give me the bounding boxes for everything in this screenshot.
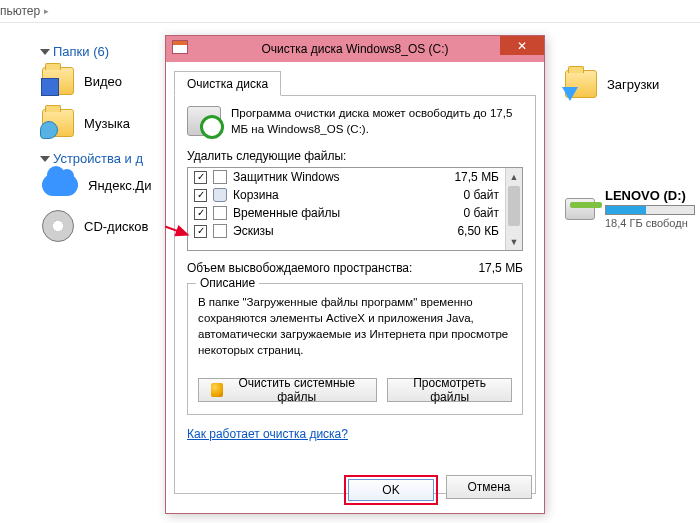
ok-button[interactable]: OK: [348, 479, 434, 501]
drive-usage-bar: [605, 205, 695, 215]
total-row: Объем высвобождаемого пространства: 17,5…: [187, 261, 523, 275]
drive-label: Яндекс.Ди: [88, 178, 151, 193]
ok-highlight: OK: [344, 475, 438, 505]
folder-label: Загрузки: [607, 77, 659, 92]
drive-free-space: 18,4 ГБ свободн: [605, 217, 695, 229]
scroll-down-button[interactable]: ▼: [506, 233, 522, 250]
close-icon: ✕: [517, 39, 527, 53]
disk-cleanup-dialog: Очистка диска Windows8_OS (C:) ✕ Очистка…: [165, 35, 545, 514]
chevron-right-icon: ▸: [44, 6, 49, 16]
file-checkbox[interactable]: [194, 207, 207, 220]
folder-item-downloads[interactable]: Загрузки: [565, 70, 695, 98]
breadcrumb[interactable]: пьютер ▸: [0, 4, 49, 18]
page-icon: [213, 206, 227, 220]
file-row[interactable]: Временные файлы0 байт: [188, 204, 505, 222]
file-name: Эскизы: [233, 224, 451, 238]
scroll-thumb[interactable]: [508, 186, 520, 226]
file-name: Защитник Windows: [233, 170, 448, 184]
file-size: 0 байт: [464, 206, 499, 220]
file-row[interactable]: Защитник Windows17,5 МБ: [188, 168, 505, 186]
hard-drive-icon: [565, 198, 595, 220]
section-folders-label: Папки (6): [53, 44, 109, 59]
recycle-bin-icon: [213, 188, 227, 202]
film-icon: [41, 78, 59, 96]
download-arrow-icon: [562, 87, 578, 101]
description-text: В папке "Загруженные файлы программ" вре…: [198, 294, 512, 364]
caret-down-icon: [40, 49, 50, 55]
close-button[interactable]: ✕: [500, 36, 544, 55]
drive-item-lenovo-d[interactable]: LENOVO (D:) 18,4 ГБ свободн: [565, 188, 695, 229]
caret-down-icon: [40, 156, 50, 162]
file-size: 17,5 МБ: [454, 170, 499, 184]
disk-cleanup-icon: [172, 40, 188, 54]
help-link[interactable]: Как работает очистка диска?: [187, 427, 348, 441]
drive-name: LENOVO (D:): [605, 188, 695, 203]
total-value: 17,5 МБ: [478, 261, 523, 275]
file-name: Временные файлы: [233, 206, 458, 220]
page-icon: [213, 170, 227, 184]
file-row[interactable]: Эскизы6,50 КБ: [188, 222, 505, 240]
file-checkbox[interactable]: [194, 189, 207, 202]
dialog-title: Очистка диска Windows8_OS (C:): [261, 42, 448, 56]
folder-label: Видео: [84, 74, 122, 89]
toolbar-divider: [0, 22, 700, 23]
drive-label: CD-дисков: [84, 219, 148, 234]
file-size: 0 байт: [464, 188, 499, 202]
description-legend: Описание: [196, 276, 259, 290]
description-group: Описание В папке "Загруженные файлы прог…: [187, 283, 523, 415]
cloud-icon: [42, 174, 78, 196]
breadcrumb-segment: пьютер: [0, 4, 40, 18]
intro-row: Программа очистки диска может освободить…: [187, 106, 523, 137]
scroll-up-button[interactable]: ▲: [506, 168, 522, 185]
scrollbar[interactable]: ▲ ▼: [505, 168, 522, 250]
file-row[interactable]: Корзина0 байт: [188, 186, 505, 204]
tab-disk-cleanup[interactable]: Очистка диска: [174, 71, 281, 96]
view-files-button[interactable]: Просмотреть файлы: [387, 378, 512, 402]
disc-icon: [42, 210, 74, 242]
file-checkbox[interactable]: [194, 171, 207, 184]
section-devices-label: Устройства и д: [53, 151, 143, 166]
files-to-delete-label: Удалить следующие файлы:: [187, 149, 523, 163]
total-label: Объем высвобождаемого пространства:: [187, 261, 412, 275]
file-name: Корзина: [233, 188, 458, 202]
file-size: 6,50 КБ: [457, 224, 499, 238]
page-icon: [213, 224, 227, 238]
music-note-icon: [40, 121, 58, 139]
clean-system-files-button[interactable]: Очистить системные файлы: [198, 378, 377, 402]
drive-clean-icon: [187, 106, 221, 136]
folder-icon: [565, 70, 597, 98]
folder-icon: [42, 67, 74, 95]
tab-strip: Очистка диска: [174, 70, 536, 96]
cancel-button[interactable]: Отмена: [446, 475, 532, 499]
folder-label: Музыка: [84, 116, 130, 131]
file-checkbox[interactable]: [194, 225, 207, 238]
dialog-panel: Программа очистки диска может освободить…: [174, 96, 536, 494]
folder-icon: [42, 109, 74, 137]
dialog-titlebar[interactable]: Очистка диска Windows8_OS (C:) ✕: [166, 36, 544, 62]
files-listbox: Защитник Windows17,5 МБКорзина0 байтВрем…: [187, 167, 523, 251]
intro-text: Программа очистки диска может освободить…: [231, 106, 523, 137]
